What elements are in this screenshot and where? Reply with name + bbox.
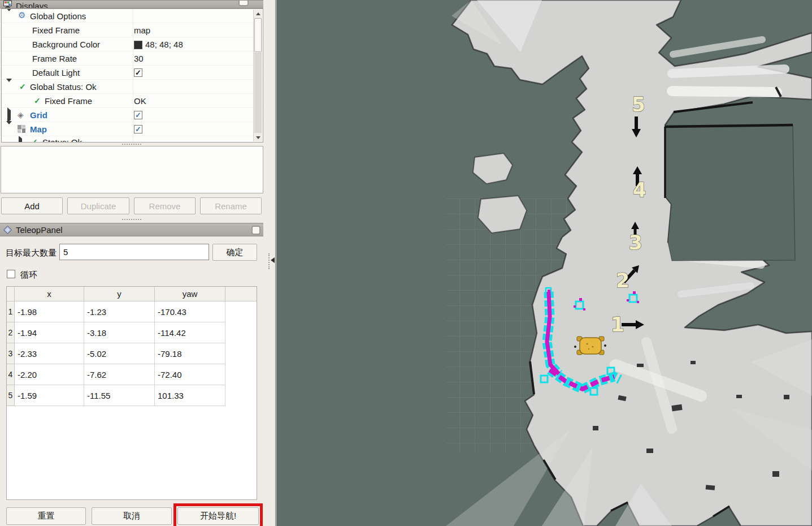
- map-view[interactable]: 5 4 3 2 1: [276, 0, 812, 526]
- row-number[interactable]: 3: [7, 343, 15, 364]
- status-ok-check-icon: ✓: [34, 96, 41, 105]
- map-enabled-checkbox[interactable]: ✓: [134, 125, 142, 133]
- tree-row-grid[interactable]: ◈ Grid ✓: [2, 108, 263, 122]
- max-goal-label: 目标最大数量: [6, 248, 57, 258]
- cell-yaw[interactable]: -170.43: [155, 301, 225, 322]
- display-description-box: [1, 146, 263, 193]
- rename-button[interactable]: Rename: [200, 197, 262, 214]
- table-row: 4 -2.20 -7.62 -72.40: [7, 364, 257, 385]
- add-button[interactable]: Add: [1, 197, 63, 214]
- tree-label: Background Color: [32, 40, 100, 49]
- map-canvas[interactable]: 5 4 3 2 1: [276, 0, 812, 526]
- loop-label: 循环: [20, 270, 37, 281]
- tree-scrollbar[interactable]: [253, 10, 262, 141]
- max-goal-input[interactable]: [59, 244, 209, 260]
- marker-label: 3: [629, 231, 642, 254]
- column-header-yaw[interactable]: yaw: [155, 287, 225, 301]
- tree-label: Fixed Frame: [45, 96, 92, 106]
- tree-label: Frame Rate: [32, 54, 77, 63]
- duplicate-button[interactable]: Duplicate: [67, 197, 129, 214]
- cell-yaw[interactable]: -79.18: [155, 343, 225, 364]
- column-header-blank: [225, 287, 257, 301]
- color-swatch: [134, 41, 142, 49]
- table-row: 5 -1.59 -11.55 101.33: [7, 385, 257, 406]
- scroll-up-button[interactable]: [254, 10, 262, 18]
- tree-row-map-status[interactable]: ✓ Status: Ok: [2, 136, 263, 143]
- column-header-x[interactable]: x: [15, 287, 84, 301]
- panel-splitter-handle[interactable]: [268, 253, 270, 269]
- tree-row-global-status[interactable]: ✓ Global Status: Ok: [2, 80, 263, 94]
- loop-checkbox[interactable]: [7, 270, 15, 278]
- fixed-frame-value[interactable]: map: [134, 25, 150, 35]
- row-number[interactable]: 4: [7, 364, 15, 385]
- column-header-y[interactable]: y: [84, 287, 155, 301]
- table-row: 3 -2.33 -5.02 -79.18: [7, 343, 257, 364]
- cell-yaw[interactable]: 101.33: [155, 385, 225, 406]
- cell-x[interactable]: -2.20: [15, 364, 84, 385]
- map-display-icon: [18, 125, 25, 135]
- cell-yaw[interactable]: -72.40: [155, 364, 225, 385]
- teleop-panel-titlebar[interactable]: TeleopPanel: [0, 223, 263, 236]
- row-number[interactable]: 1: [7, 301, 15, 322]
- cell-x[interactable]: -1.94: [15, 322, 84, 343]
- confirm-button[interactable]: 确定: [212, 244, 257, 261]
- row-number[interactable]: 5: [7, 385, 15, 406]
- splitter-handle[interactable]: [122, 219, 141, 220]
- fixed-frame-status-value: OK: [134, 96, 146, 106]
- start-navigation-button[interactable]: 开始导航!: [177, 507, 259, 525]
- tree-row-map[interactable]: Map ✓: [2, 122, 263, 136]
- table-row: 1 -1.98 -1.23 -170.43: [7, 301, 257, 322]
- tree-row-default-light[interactable]: Default Light ✓: [2, 66, 263, 80]
- corner-header: [7, 287, 15, 301]
- scrollbar-track[interactable]: [254, 53, 262, 133]
- cancel-button[interactable]: 取消: [92, 507, 172, 525]
- tree-row-frame-rate[interactable]: Frame Rate 30: [2, 51, 263, 66]
- displays-monitor-icon: [3, 1, 12, 8]
- tree-row-fixed-frame[interactable]: Fixed Frame map: [2, 23, 263, 37]
- scroll-down-button[interactable]: [254, 133, 262, 141]
- collapse-panel-arrow-icon[interactable]: [271, 257, 275, 263]
- cell-y[interactable]: -7.62: [84, 364, 155, 385]
- cell-yaw[interactable]: -114.42: [155, 322, 225, 343]
- tree-label: Default Light: [32, 68, 80, 77]
- cell-x[interactable]: -1.59: [15, 385, 84, 406]
- displays-float-button[interactable]: [238, 0, 249, 6]
- remove-button[interactable]: Remove: [134, 197, 196, 214]
- grid-enabled-checkbox[interactable]: ✓: [134, 111, 142, 119]
- displays-panel-titlebar[interactable]: Displays: [0, 0, 263, 8]
- tree-label: Status: Ok: [42, 137, 82, 143]
- gear-icon: ⚙: [18, 10, 25, 20]
- scrollbar-thumb[interactable]: [254, 18, 262, 52]
- default-light-checkbox[interactable]: ✓: [134, 68, 142, 77]
- splitter-handle[interactable]: [122, 144, 141, 145]
- expander-open-icon[interactable]: [6, 124, 12, 134]
- cell-y[interactable]: -3.18: [84, 322, 155, 343]
- expander-closed-icon[interactable]: [19, 139, 22, 143]
- tree-row-fixed-frame-status[interactable]: ✓ Fixed Frame OK: [2, 94, 263, 108]
- tree-row-global-options[interactable]: ⚙ Global Options: [2, 9, 263, 23]
- tree-label: Fixed Frame: [32, 25, 80, 35]
- tree-label: Map: [30, 124, 47, 134]
- expander-open-icon[interactable]: [6, 82, 12, 92]
- row-number[interactable]: 2: [7, 322, 15, 343]
- cell-y[interactable]: -11.55: [84, 385, 155, 406]
- marker-label: 2: [616, 269, 629, 292]
- expander-closed-icon[interactable]: [7, 110, 11, 120]
- reset-button[interactable]: 重置: [6, 507, 86, 525]
- marker-label: 5: [632, 93, 645, 116]
- cell-x[interactable]: -2.33: [15, 343, 84, 364]
- tree-label: Global Status: Ok: [30, 82, 97, 92]
- marker-label: 4: [633, 179, 646, 201]
- cell-x[interactable]: -1.98: [15, 301, 84, 322]
- cell-y[interactable]: -1.23: [84, 301, 155, 322]
- grid-display-icon: ◈: [18, 110, 24, 119]
- tree-label: Grid: [30, 110, 47, 120]
- background-color-value: 48; 48; 48: [145, 40, 183, 49]
- teleop-float-button[interactable]: [251, 226, 260, 235]
- tree-row-background-color[interactable]: Background Color 48; 48; 48: [2, 37, 263, 51]
- rviz-window: Displays ⚙ Global Options Fixed Frame ma…: [0, 0, 812, 526]
- left-panel: Displays ⚙ Global Options Fixed Frame ma…: [0, 0, 276, 526]
- expander-open-icon[interactable]: [6, 11, 12, 21]
- frame-rate-value[interactable]: 30: [134, 54, 144, 63]
- cell-y[interactable]: -5.02: [84, 343, 155, 364]
